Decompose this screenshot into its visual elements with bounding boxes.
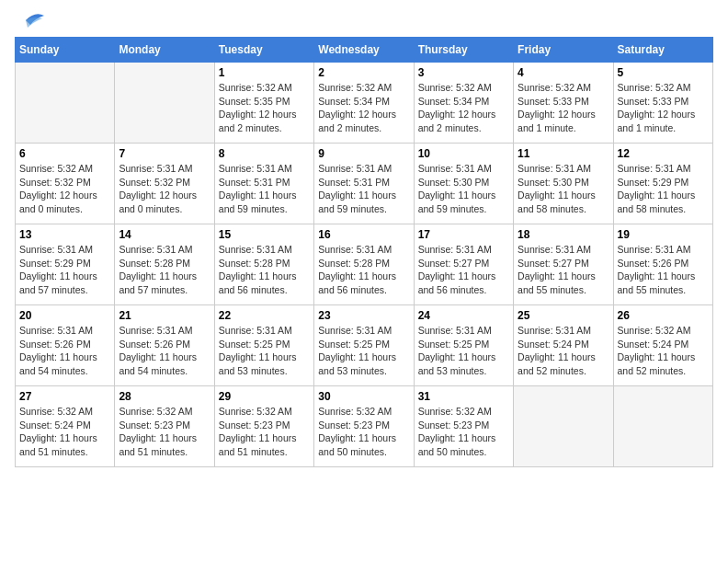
calendar-cell: 31Sunrise: 5:32 AMSunset: 5:23 PMDayligh…: [414, 386, 513, 467]
day-number: 12: [618, 147, 709, 160]
day-number: 2: [318, 66, 409, 79]
day-number: 10: [418, 147, 509, 160]
calendar-cell: 5Sunrise: 5:32 AMSunset: 5:33 PMDaylight…: [613, 63, 712, 144]
day-info: Sunrise: 5:31 AMSunset: 5:30 PMDaylight:…: [418, 162, 509, 216]
calendar-cell: 1Sunrise: 5:32 AMSunset: 5:35 PMDaylight…: [214, 63, 313, 144]
day-number: 23: [318, 309, 409, 322]
day-info: Sunrise: 5:32 AMSunset: 5:34 PMDaylight:…: [418, 81, 509, 135]
day-number: 5: [618, 66, 709, 79]
logo: [15, 15, 44, 29]
day-number: 3: [418, 66, 509, 79]
day-number: 25: [518, 309, 609, 322]
calendar-cell: 18Sunrise: 5:31 AMSunset: 5:27 PMDayligh…: [514, 224, 613, 305]
calendar-cell: 28Sunrise: 5:32 AMSunset: 5:23 PMDayligh…: [115, 386, 214, 467]
calendar-cell: 17Sunrise: 5:31 AMSunset: 5:27 PMDayligh…: [414, 224, 513, 305]
day-number: 1: [219, 66, 310, 79]
day-number: 31: [418, 390, 509, 403]
day-number: 21: [119, 309, 210, 322]
calendar-cell: [613, 386, 712, 467]
calendar-cell: 12Sunrise: 5:31 AMSunset: 5:29 PMDayligh…: [613, 144, 712, 224]
day-number: 19: [618, 228, 709, 241]
calendar-cell: 24Sunrise: 5:31 AMSunset: 5:25 PMDayligh…: [414, 305, 513, 386]
weekday-header: Tuesday: [214, 38, 313, 63]
day-number: 9: [318, 147, 409, 160]
day-number: 18: [518, 228, 609, 241]
calendar-week-row: 6Sunrise: 5:32 AMSunset: 5:32 PMDaylight…: [16, 144, 713, 224]
day-info: Sunrise: 5:32 AMSunset: 5:34 PMDaylight:…: [318, 81, 409, 135]
day-info: Sunrise: 5:31 AMSunset: 5:30 PMDaylight:…: [518, 162, 609, 216]
day-info: Sunrise: 5:31 AMSunset: 5:25 PMDaylight:…: [219, 324, 310, 378]
calendar-cell: 19Sunrise: 5:31 AMSunset: 5:26 PMDayligh…: [613, 224, 712, 305]
day-number: 13: [19, 228, 110, 241]
day-info: Sunrise: 5:31 AMSunset: 5:29 PMDaylight:…: [19, 243, 110, 297]
day-number: 15: [219, 228, 310, 241]
logo-icon: [17, 11, 44, 29]
calendar-cell: 27Sunrise: 5:32 AMSunset: 5:24 PMDayligh…: [16, 386, 115, 467]
day-info: Sunrise: 5:31 AMSunset: 5:26 PMDaylight:…: [19, 324, 110, 378]
calendar-cell: 3Sunrise: 5:32 AMSunset: 5:34 PMDaylight…: [414, 63, 513, 144]
day-info: Sunrise: 5:32 AMSunset: 5:23 PMDaylight:…: [318, 405, 409, 459]
day-info: Sunrise: 5:31 AMSunset: 5:25 PMDaylight:…: [318, 324, 409, 378]
weekday-header: Sunday: [16, 38, 115, 63]
calendar-cell: 26Sunrise: 5:32 AMSunset: 5:24 PMDayligh…: [613, 305, 712, 386]
calendar-cell: 21Sunrise: 5:31 AMSunset: 5:26 PMDayligh…: [115, 305, 214, 386]
day-number: 14: [119, 228, 210, 241]
day-info: Sunrise: 5:31 AMSunset: 5:32 PMDaylight:…: [119, 162, 210, 216]
day-info: Sunrise: 5:31 AMSunset: 5:26 PMDaylight:…: [618, 243, 709, 297]
calendar-table: SundayMondayTuesdayWednesdayThursdayFrid…: [15, 37, 713, 467]
day-info: Sunrise: 5:32 AMSunset: 5:24 PMDaylight:…: [618, 324, 709, 378]
calendar-week-row: 13Sunrise: 5:31 AMSunset: 5:29 PMDayligh…: [16, 224, 713, 305]
calendar-cell: 2Sunrise: 5:32 AMSunset: 5:34 PMDaylight…: [314, 63, 414, 144]
day-number: 26: [618, 309, 709, 322]
day-number: 7: [119, 147, 210, 160]
calendar-cell: 15Sunrise: 5:31 AMSunset: 5:28 PMDayligh…: [214, 224, 313, 305]
day-info: Sunrise: 5:32 AMSunset: 5:23 PMDaylight:…: [418, 405, 509, 459]
calendar-cell: 4Sunrise: 5:32 AMSunset: 5:33 PMDaylight…: [514, 63, 613, 144]
day-info: Sunrise: 5:31 AMSunset: 5:31 PMDaylight:…: [318, 162, 409, 216]
day-info: Sunrise: 5:32 AMSunset: 5:33 PMDaylight:…: [618, 81, 709, 135]
calendar-cell: 23Sunrise: 5:31 AMSunset: 5:25 PMDayligh…: [314, 305, 414, 386]
day-info: Sunrise: 5:31 AMSunset: 5:28 PMDaylight:…: [119, 243, 210, 297]
calendar-cell: 25Sunrise: 5:31 AMSunset: 5:24 PMDayligh…: [514, 305, 613, 386]
weekday-header: Friday: [514, 38, 613, 63]
calendar-cell: 6Sunrise: 5:32 AMSunset: 5:32 PMDaylight…: [16, 144, 115, 224]
calendar-cell: 10Sunrise: 5:31 AMSunset: 5:30 PMDayligh…: [414, 144, 513, 224]
day-number: 17: [418, 228, 509, 241]
calendar-cell: 30Sunrise: 5:32 AMSunset: 5:23 PMDayligh…: [314, 386, 414, 467]
day-number: 11: [518, 147, 609, 160]
calendar-cell: 8Sunrise: 5:31 AMSunset: 5:31 PMDaylight…: [214, 144, 313, 224]
day-number: 6: [19, 147, 110, 160]
day-info: Sunrise: 5:32 AMSunset: 5:23 PMDaylight:…: [219, 405, 310, 459]
day-info: Sunrise: 5:32 AMSunset: 5:24 PMDaylight:…: [19, 405, 110, 459]
calendar-cell: 13Sunrise: 5:31 AMSunset: 5:29 PMDayligh…: [16, 224, 115, 305]
calendar-cell: [514, 386, 613, 467]
day-number: 22: [219, 309, 310, 322]
day-info: Sunrise: 5:32 AMSunset: 5:23 PMDaylight:…: [119, 405, 210, 459]
calendar-week-row: 27Sunrise: 5:32 AMSunset: 5:24 PMDayligh…: [16, 386, 713, 467]
calendar-cell: 7Sunrise: 5:31 AMSunset: 5:32 PMDaylight…: [115, 144, 214, 224]
weekday-header: Saturday: [613, 38, 712, 63]
weekday-header: Wednesday: [314, 38, 414, 63]
day-info: Sunrise: 5:31 AMSunset: 5:29 PMDaylight:…: [618, 162, 709, 216]
day-info: Sunrise: 5:31 AMSunset: 5:28 PMDaylight:…: [219, 243, 310, 297]
day-number: 20: [19, 309, 110, 322]
calendar-cell: 14Sunrise: 5:31 AMSunset: 5:28 PMDayligh…: [115, 224, 214, 305]
calendar-cell: 11Sunrise: 5:31 AMSunset: 5:30 PMDayligh…: [514, 144, 613, 224]
weekday-header: Thursday: [414, 38, 513, 63]
day-number: 24: [418, 309, 509, 322]
day-number: 16: [318, 228, 409, 241]
day-info: Sunrise: 5:31 AMSunset: 5:26 PMDaylight:…: [119, 324, 210, 378]
day-number: 27: [19, 390, 110, 403]
day-info: Sunrise: 5:32 AMSunset: 5:33 PMDaylight:…: [518, 81, 609, 135]
day-number: 29: [219, 390, 310, 403]
day-info: Sunrise: 5:31 AMSunset: 5:27 PMDaylight:…: [418, 243, 509, 297]
calendar-cell: 20Sunrise: 5:31 AMSunset: 5:26 PMDayligh…: [16, 305, 115, 386]
day-number: 28: [119, 390, 210, 403]
page-header: [15, 15, 713, 29]
calendar-cell: [16, 63, 115, 144]
day-info: Sunrise: 5:31 AMSunset: 5:27 PMDaylight:…: [518, 243, 609, 297]
calendar-cell: 22Sunrise: 5:31 AMSunset: 5:25 PMDayligh…: [214, 305, 313, 386]
calendar-cell: [115, 63, 214, 144]
calendar-week-row: 1Sunrise: 5:32 AMSunset: 5:35 PMDaylight…: [16, 63, 713, 144]
day-info: Sunrise: 5:31 AMSunset: 5:25 PMDaylight:…: [418, 324, 509, 378]
